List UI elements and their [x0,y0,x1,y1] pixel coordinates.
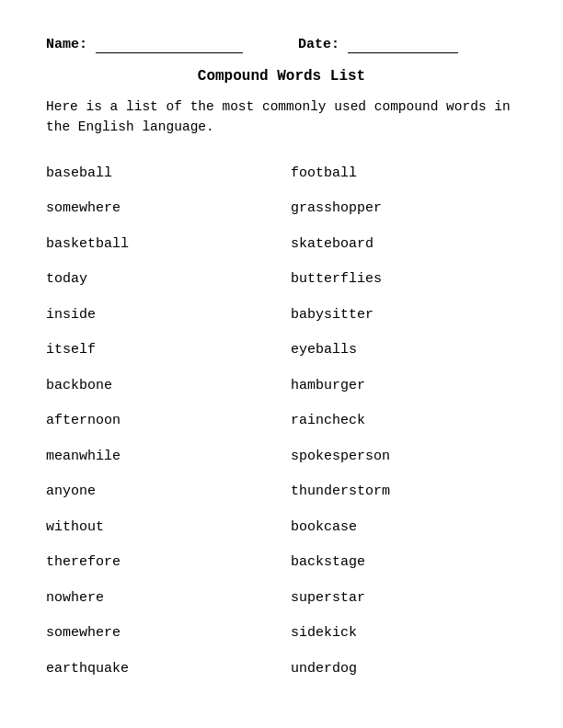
list-item: backstage [282,545,517,581]
list-item: hamburger [282,369,517,404]
list-item: therefore [46,545,282,581]
list-item: afternoon [46,404,282,439]
list-item: babysitter [282,298,517,334]
list-item: baseball [46,156,282,192]
list-item: inside [46,298,282,334]
list-item: underdog [282,652,517,688]
date-field: Date: [298,37,458,53]
list-item: superstar [282,581,517,617]
list-item: backbone [46,369,282,404]
header-row: Name: Date: [46,37,517,53]
page: Name: Date: Compound Words List Here is … [0,0,563,728]
list-item: football [282,156,517,192]
list-item: spokesperson [282,439,517,475]
list-item: grasshopper [282,191,517,227]
list-item: earthquake [46,652,282,688]
words-grid: baseballfootballsomewheregrasshopperbask… [46,156,517,688]
date-line [348,37,458,53]
name-field: Name: [46,37,243,53]
list-item: nowhere [46,581,282,617]
list-item: meanwhile [46,439,282,475]
list-item: butterflies [282,262,517,298]
list-item: raincheck [282,404,517,439]
list-item: bookcase [282,510,517,546]
list-item: eyeballs [282,333,517,369]
page-title: Compound Words List [46,68,517,85]
list-item: itself [46,333,282,369]
list-item: somewhere [46,616,282,652]
list-item: basketball [46,227,282,263]
date-label: Date: [298,37,339,52]
list-item: without [46,510,282,546]
list-item: thunderstorm [282,474,517,510]
list-item: anyone [46,474,282,510]
list-item: today [46,262,282,298]
name-label: Name: [46,37,87,52]
list-item: somewhere [46,191,282,227]
list-item: sidekick [282,616,517,652]
name-line [96,37,243,53]
intro-text: Here is a list of the most commonly used… [46,97,517,138]
list-item: skateboard [282,227,517,263]
